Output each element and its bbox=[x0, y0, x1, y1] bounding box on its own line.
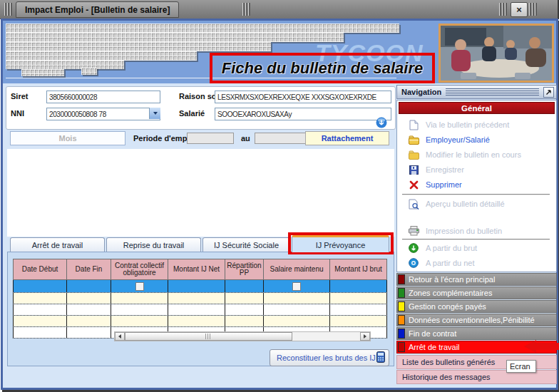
delete-x-icon bbox=[408, 180, 419, 190]
identity-form: Siret 3805660000028 NNI 2030000050808 78… bbox=[6, 86, 396, 130]
column-header: Contrat collectif obligatoire bbox=[111, 259, 168, 280]
annotation-arrow-icon bbox=[524, 340, 536, 353]
table-row[interactable] bbox=[13, 293, 387, 304]
nav-bar-fin-de-contrat[interactable]: Fin de contrat bbox=[396, 327, 557, 340]
periode-fin-input[interactable] bbox=[255, 133, 306, 144]
column-header: Montant IJ brut bbox=[330, 259, 387, 280]
salarie-label: Salarié bbox=[179, 109, 205, 118]
title-bar[interactable]: Impact Emploi - [Bulletin de salaire] × bbox=[0, 0, 559, 19]
tab-reprise-du-travail[interactable]: Reprise du travail bbox=[106, 237, 201, 252]
color-square-icon bbox=[398, 288, 405, 298]
table-row-selected[interactable] bbox=[13, 280, 387, 293]
tab-ij-securite-sociale[interactable]: IJ Sécurité Sociale bbox=[202, 237, 290, 252]
rattachement-button[interactable]: Rattachement bbox=[305, 131, 389, 145]
column-header: Montant IJ Net bbox=[168, 259, 225, 280]
column-header: Date Fin bbox=[67, 259, 111, 280]
arrow-up-right-icon bbox=[545, 89, 552, 96]
navigation-header[interactable]: Navigation bbox=[396, 85, 557, 99]
ecran-tooltip: Ecran bbox=[506, 360, 536, 373]
info-ball-icon[interactable] bbox=[376, 117, 387, 131]
nni-combobox[interactable]: 2030000050808 78 bbox=[46, 108, 160, 120]
column-header: Date Début bbox=[13, 259, 67, 280]
pixel-pattern bbox=[6, 33, 344, 42]
contrat-collectif-checkbox[interactable] bbox=[135, 282, 144, 291]
nav-bar-donnees-conventionnelles[interactable]: Données conventionnelles,Pénibilité bbox=[396, 314, 557, 326]
menu-item-enregistrer[interactable]: Enregistrer bbox=[397, 163, 555, 177]
siret-label: Siret bbox=[11, 92, 28, 100]
scrollbar-thumb[interactable] bbox=[125, 332, 292, 341]
arrow-right-icon bbox=[364, 334, 366, 339]
chevron-down-icon bbox=[153, 112, 158, 115]
general-section-header: Général bbox=[399, 102, 555, 114]
close-icon[interactable]: × bbox=[511, 2, 528, 17]
mois-combobox[interactable]: Mois bbox=[10, 131, 125, 145]
folder-icon bbox=[408, 150, 419, 160]
nav-bar-zones-complementaires[interactable]: Zones complémentaires bbox=[396, 287, 557, 299]
divider bbox=[402, 239, 550, 240]
popout-button[interactable] bbox=[543, 87, 554, 98]
arrow-left-icon bbox=[118, 334, 121, 339]
periode-debut-input[interactable] bbox=[187, 133, 234, 144]
menu-item-modifier-bulletin[interactable]: Modifier le bulletin en cours bbox=[397, 148, 555, 162]
color-square-icon bbox=[398, 301, 405, 311]
table-row[interactable] bbox=[13, 304, 387, 316]
page-title: Fiche du bulletin de salaire bbox=[222, 59, 423, 78]
divider bbox=[402, 194, 550, 195]
navigation-title: Navigation bbox=[401, 88, 441, 96]
grip-icon bbox=[205, 334, 212, 339]
scroll-right-button[interactable] bbox=[360, 332, 370, 341]
grip-icon bbox=[529, 3, 538, 16]
menu-item-impression-bulletin[interactable]: Impression du bulletin bbox=[397, 224, 555, 238]
annotation-box-banner: Fiche du bulletin de salaire bbox=[210, 53, 435, 83]
siret-input[interactable]: 3805660000028 bbox=[46, 91, 160, 103]
annotation-arrow-body bbox=[536, 343, 559, 350]
salarie-input[interactable]: SOOOEXAROXUSAXAy bbox=[215, 108, 391, 120]
grip-icon bbox=[242, 3, 251, 16]
app-window: Impact Emploi - [Bulletin de salaire] × … bbox=[0, 0, 559, 392]
folder-icon bbox=[408, 135, 419, 145]
reconstituer-button[interactable]: Reconstituer les bruts des IJ bbox=[270, 349, 389, 366]
preview-icon bbox=[408, 199, 419, 210]
pixel-pattern bbox=[81, 68, 97, 75]
grip-icon bbox=[446, 88, 539, 96]
menu-item-apercu-bulletin[interactable]: Aperçu bulletin détaillé bbox=[397, 197, 555, 211]
pixel-pattern bbox=[6, 42, 271, 51]
salaire-maintenu-checkbox[interactable] bbox=[292, 282, 301, 291]
grip-icon bbox=[4, 3, 13, 16]
scroll-left-button[interactable] bbox=[115, 332, 125, 341]
column-header: Salaire maintenu bbox=[264, 259, 330, 280]
page-icon bbox=[408, 120, 419, 130]
navigation-menu: Général Via le bulletin précédent Employ… bbox=[396, 100, 557, 272]
blue-circle-icon bbox=[408, 258, 419, 268]
color-square-icon bbox=[398, 329, 405, 339]
meeting-photo bbox=[439, 24, 554, 83]
window-title: Impact Emploi - [Bulletin de salaire] bbox=[16, 1, 179, 18]
nav-bar-retour-ecran-principal[interactable]: Retour à l'écran principal bbox=[396, 273, 557, 286]
table-header-row: Date Début Date Fin Contrat collectif ob… bbox=[13, 259, 387, 280]
color-square-icon bbox=[398, 342, 405, 352]
table-row[interactable] bbox=[13, 316, 387, 327]
nni-dropdown-button[interactable] bbox=[149, 108, 160, 120]
menu-item-employeur-salarie[interactable]: Employeur/Salarié bbox=[397, 133, 555, 147]
grip-icon bbox=[499, 3, 508, 16]
menu-item-a-partir-du-brut[interactable]: A partir du brut bbox=[397, 241, 555, 255]
au-label: au bbox=[241, 134, 250, 143]
pixel-pattern bbox=[6, 51, 197, 61]
printer-icon bbox=[408, 226, 419, 236]
menu-item-via-bulletin-precedent[interactable]: Via le bulletin précédent bbox=[397, 118, 555, 132]
raison-sociale-input[interactable]: LESXRMXSXOEXREXXEQXE XXXSGXOXEXRXDE bbox=[215, 91, 391, 103]
pixel-pattern bbox=[21, 69, 64, 76]
horizontal-scrollbar[interactable] bbox=[114, 331, 371, 341]
menu-item-a-partir-du-net[interactable]: A partir du net bbox=[397, 256, 555, 270]
green-circle-icon bbox=[408, 243, 419, 253]
menu-item-supprimer[interactable]: Supprimer bbox=[397, 177, 555, 192]
content-area bbox=[7, 149, 394, 237]
pixel-pattern bbox=[6, 24, 399, 33]
column-header: Répartition PP bbox=[225, 259, 264, 280]
save-icon bbox=[408, 165, 419, 175]
tab-ij-prevoyance[interactable]: IJ Prévoyance bbox=[292, 235, 389, 252]
tab-arret-de-travail[interactable]: Arrêt de travail bbox=[10, 237, 105, 252]
color-square-icon bbox=[398, 315, 405, 325]
nav-bar-gestion-conges-payes[interactable]: Gestion congés payés bbox=[396, 300, 557, 313]
nni-label: NNI bbox=[11, 109, 24, 118]
